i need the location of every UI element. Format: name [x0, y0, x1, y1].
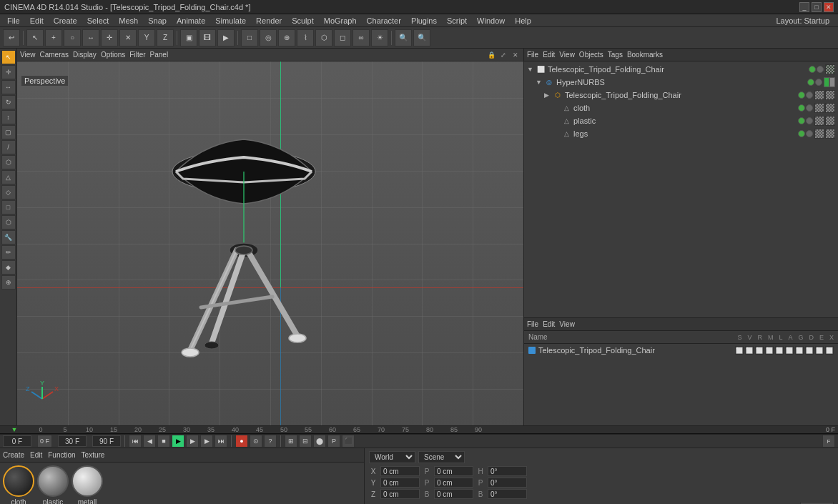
material-cloth[interactable]: cloth — [3, 465, 34, 504]
material-plastic[interactable]: plastic — [37, 465, 69, 504]
vis-dot-sub-1[interactable] — [798, 92, 805, 99]
move-tool-button[interactable]: ✛ — [101, 29, 118, 46]
coord-y-size[interactable] — [488, 478, 527, 488]
vp-menu-view[interactable]: View — [20, 51, 36, 59]
menu-window[interactable]: Window — [473, 15, 509, 26]
btn-key2[interactable]: ⊟ — [299, 435, 312, 448]
btn-key4[interactable]: P — [327, 435, 340, 448]
om-menu-file[interactable]: File — [527, 51, 538, 59]
record-button[interactable]: ● — [235, 435, 248, 448]
vis-dot-1[interactable] — [809, 66, 816, 73]
search-left-button[interactable]: 🔍 — [395, 29, 412, 46]
am-menu-edit[interactable]: Edit — [543, 320, 555, 328]
record-auto[interactable]: ⊙ — [250, 435, 262, 448]
vis-dot-legs-2[interactable] — [806, 130, 813, 137]
coord-z-rot[interactable] — [434, 489, 473, 499]
mat-ball-metal[interactable] — [72, 465, 103, 497]
menu-snap[interactable]: Snap — [144, 15, 171, 26]
obj-expand-cloth[interactable]: ▶ — [553, 104, 561, 112]
tool-6[interactable]: ▢ — [1, 125, 16, 139]
obj-expand-legs[interactable]: ▶ — [553, 130, 561, 137]
mat-menu-function[interactable]: Function — [48, 451, 75, 459]
mat-ball-cloth[interactable] — [3, 465, 34, 497]
coord-z-pos[interactable] — [380, 489, 420, 499]
om-menu-tags[interactable]: Tags — [608, 51, 623, 59]
menu-script[interactable]: Script — [443, 15, 471, 26]
obj-row-legs[interactable]: ▶ △ legs — [524, 127, 838, 140]
window-controls[interactable]: _ □ ✕ — [799, 2, 834, 12]
menu-create[interactable]: Create — [49, 15, 82, 26]
material-metal[interactable]: metall — [72, 465, 103, 504]
tool-scale[interactable]: ↔ — [1, 80, 16, 94]
search-right-button[interactable]: 🔍 — [413, 29, 430, 46]
scene-dropdown[interactable]: Scene — [418, 451, 465, 463]
tool-11[interactable]: □ — [1, 200, 16, 214]
vp-menu-cameras[interactable]: Cameras — [40, 51, 69, 59]
record-q[interactable]: ? — [264, 435, 277, 448]
spline-button[interactable]: ⌇ — [297, 29, 314, 46]
cube-button[interactable]: □ — [241, 29, 258, 46]
btn-fcurve[interactable]: F — [822, 435, 835, 448]
obj-expand-nurbs[interactable]: ▼ — [536, 79, 544, 86]
menu-mograph[interactable]: MoGraph — [320, 15, 361, 26]
om-menu-objects[interactable]: Objects — [579, 51, 603, 59]
menu-help[interactable]: Help — [511, 15, 536, 26]
attr-icon-x[interactable]: ⬜ — [825, 346, 834, 355]
rotate-tool-button[interactable]: ○ — [64, 29, 81, 46]
vis-dot-nurbs-1[interactable] — [807, 79, 814, 86]
tool-13[interactable]: 🔧 — [1, 230, 16, 244]
skip-start-button[interactable]: ⏮ — [129, 435, 142, 448]
tool-12[interactable]: ⬡ — [1, 215, 16, 229]
viewport[interactable]: View Cameras Display Options Filter Pane… — [17, 49, 523, 425]
nurbs-button[interactable]: ◎ — [260, 29, 277, 46]
menu-render[interactable]: Render — [252, 15, 286, 26]
select-model-button[interactable]: ↖ — [26, 29, 44, 46]
btn-key3[interactable]: ⬤ — [313, 435, 326, 448]
tool-7[interactable]: / — [1, 140, 16, 154]
tool-14[interactable]: ✏ — [1, 245, 16, 260]
menu-plugins[interactable]: Plugins — [407, 15, 441, 26]
attr-icon-e[interactable]: ⬜ — [815, 346, 824, 355]
viewport-canvas[interactable]: Perspective X Z Y — [17, 61, 523, 425]
tool-16[interactable]: ⊕ — [1, 275, 16, 290]
mat-menu-edit[interactable]: Edit — [30, 451, 42, 459]
stop-button[interactable]: ■ — [157, 435, 170, 448]
select-tool-button[interactable]: + — [45, 29, 62, 46]
coord-x-rot[interactable] — [434, 466, 473, 476]
tool-move[interactable]: ✛ — [1, 65, 16, 79]
deform-button[interactable]: ⊕ — [278, 29, 295, 46]
mode-button[interactable]: ▣ — [180, 29, 197, 46]
vis-dot-cloth-2[interactable] — [806, 104, 813, 112]
fps-input[interactable] — [58, 435, 87, 447]
camera-button[interactable]: ⬡ — [315, 29, 332, 46]
vp-icon-expand[interactable]: ⤢ — [498, 50, 508, 60]
tool-rotate[interactable]: ↻ — [1, 95, 16, 109]
btn-key1[interactable]: ⊞ — [285, 435, 297, 448]
attr-icon-d[interactable]: ⬜ — [805, 346, 814, 355]
btn-key5[interactable]: ⬛ — [342, 435, 355, 448]
vis-dot-cloth-1[interactable] — [798, 104, 805, 112]
cross-button[interactable]: ✕ — [119, 29, 137, 46]
coord-z-size[interactable] — [488, 489, 527, 499]
attr-icon-m[interactable]: ⬜ — [765, 346, 774, 355]
obj-expand-sub[interactable]: ▶ — [544, 92, 553, 99]
attr-row-selected[interactable]: Telescopic_Tripod_Folding_Chair ⬜ ⬜ ⬜ ⬜ … — [524, 344, 838, 357]
close-button[interactable]: ✕ — [824, 2, 834, 12]
vp-menu-panel[interactable]: Panel — [150, 51, 169, 59]
obj-row-cloth[interactable]: ▶ △ cloth — [524, 102, 838, 114]
vis-dot-2[interactable] — [817, 66, 824, 73]
play-button[interactable]: ▶ — [172, 435, 184, 448]
maximize-button[interactable]: □ — [812, 2, 822, 12]
tool-8[interactable]: ⬡ — [1, 155, 16, 169]
attr-icon-g[interactable]: ⬜ — [795, 346, 804, 355]
link-button[interactable]: ∞ — [353, 29, 370, 46]
vis-dot-legs-1[interactable] — [798, 130, 805, 137]
menu-character[interactable]: Character — [363, 15, 405, 26]
menu-mesh[interactable]: Mesh — [114, 15, 142, 26]
minimize-button[interactable]: _ — [799, 2, 809, 12]
play-rev-button[interactable]: ▶ — [186, 435, 199, 448]
menu-animate[interactable]: Animate — [172, 15, 210, 26]
attr-icon-v[interactable]: ⬜ — [745, 346, 754, 355]
next-frame-button[interactable]: ▶ — [200, 435, 213, 448]
max-frame-input[interactable] — [92, 435, 121, 447]
